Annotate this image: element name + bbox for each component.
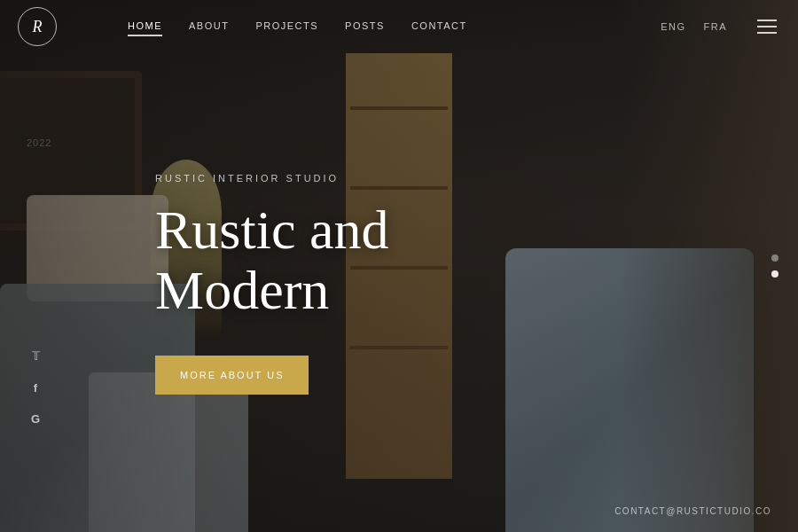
hamburger-line-2 xyxy=(757,26,777,27)
hero-title: Rustic and Modern xyxy=(155,200,798,320)
nav-links: HOME ABOUT PROJECTS POSTS CONTACT xyxy=(128,17,661,36)
studio-label: RUSTIC INTERIOR STUDIO xyxy=(155,173,798,184)
nav-home[interactable]: HOME xyxy=(128,17,162,36)
facebook-icon[interactable]: f xyxy=(28,381,43,395)
lang-eng[interactable]: ENG xyxy=(661,21,685,32)
logo[interactable]: R xyxy=(18,7,57,46)
pagination-dot-2[interactable] xyxy=(771,270,778,278)
hero-title-line1: Rustic and xyxy=(155,200,388,260)
nav-posts[interactable]: POSTS xyxy=(345,17,385,36)
pagination-dot-1[interactable] xyxy=(771,254,778,262)
nav-projects[interactable]: PROJECTS xyxy=(255,17,318,36)
nav-lang-group: ENG FRA xyxy=(661,21,727,32)
hamburger-line-3 xyxy=(757,32,777,34)
pagination xyxy=(771,254,778,278)
hamburger-menu[interactable] xyxy=(754,16,780,37)
contact-email[interactable]: CONTACT@RUSTICTUDIO.CO xyxy=(614,506,771,516)
navigation: R HOME ABOUT PROJECTS POSTS CONTACT ENG … xyxy=(0,0,798,53)
cta-button[interactable]: MORE ABOUT US xyxy=(155,356,309,395)
nav-about[interactable]: ABOUT xyxy=(189,17,229,36)
lang-fra[interactable]: FRA xyxy=(704,21,728,32)
google-icon[interactable]: G xyxy=(28,412,43,426)
hero-content: RUSTIC INTERIOR STUDIO Rustic and Modern… xyxy=(0,0,798,532)
logo-letter: R xyxy=(33,18,43,36)
twitter-icon[interactable]: 𝕋 xyxy=(28,349,43,364)
nav-contact[interactable]: CONTACT xyxy=(411,17,467,36)
hero-title-line2: Modern xyxy=(155,260,329,320)
hamburger-line-1 xyxy=(757,20,777,21)
social-icons: 𝕋 f G xyxy=(28,349,43,426)
